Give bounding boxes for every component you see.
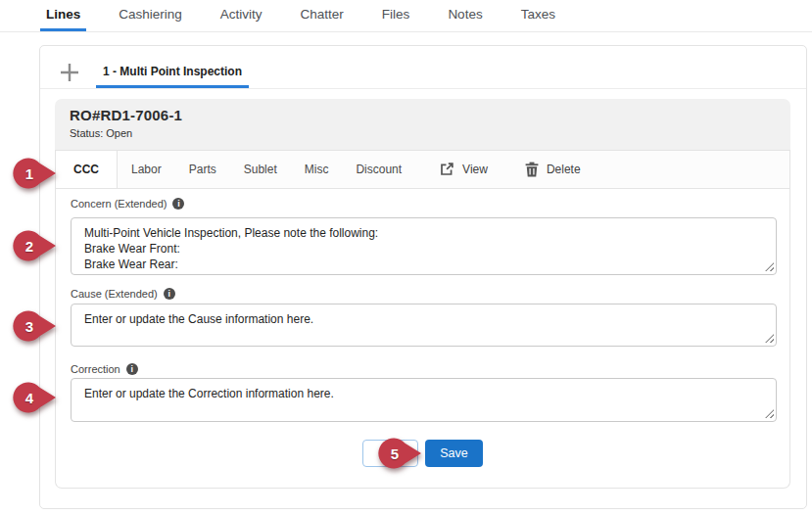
tab-misc[interactable]: Misc bbox=[291, 151, 343, 188]
tab-taxes-label: Taxes bbox=[521, 7, 555, 22]
concern-textarea[interactable]: Multi-Point Vehicle Inspection, Please n… bbox=[71, 217, 777, 275]
cause-label-text: Cause (Extended) bbox=[71, 288, 158, 300]
info-icon[interactable]: i bbox=[164, 288, 175, 300]
cause-field-wrap: Enter or update the Cause information he… bbox=[71, 304, 777, 347]
lines-card: 1 - Multi Point Inspection RO#RD1-7006-1… bbox=[39, 45, 807, 509]
concern-label-text: Concern (Extended) bbox=[71, 198, 167, 210]
tab-lines[interactable]: Lines bbox=[40, 0, 86, 31]
plus-icon bbox=[60, 63, 79, 82]
line-tab-multi-point-inspection[interactable]: 1 - Multi Point Inspection bbox=[96, 58, 249, 88]
tab-sublet-label: Sublet bbox=[244, 163, 277, 176]
tab-chatter[interactable]: Chatter bbox=[295, 0, 350, 31]
ro-header: RO#RD1-7006-1 Status: Open bbox=[55, 99, 790, 150]
tab-files-label: Files bbox=[382, 7, 410, 22]
tab-misc-label: Misc bbox=[305, 163, 329, 176]
form-actions: Save bbox=[56, 440, 789, 467]
ccc-form: Concern (Extended) i Multi-Point Vehicle… bbox=[55, 189, 790, 489]
delete-button-label: Delete bbox=[547, 163, 581, 176]
delete-button[interactable]: Delete bbox=[511, 151, 595, 188]
tab-ccc[interactable]: CCC bbox=[56, 151, 118, 188]
line-tab-divider bbox=[40, 88, 806, 89]
concern-label: Concern (Extended) i bbox=[71, 198, 184, 210]
view-button[interactable]: View bbox=[425, 151, 502, 188]
tab-cashiering[interactable]: Cashiering bbox=[113, 0, 188, 31]
concern-field-wrap: Multi-Point Vehicle Inspection, Please n… bbox=[71, 217, 777, 275]
section-tab-bar: CCC Labor Parts Sublet Misc Discount Vie… bbox=[55, 150, 790, 189]
view-button-label: View bbox=[462, 163, 488, 176]
ro-number: RO#RD1-7006-1 bbox=[70, 107, 776, 123]
correction-textarea[interactable]: Enter or update the Correction informati… bbox=[71, 378, 777, 422]
cause-textarea[interactable]: Enter or update the Cause information he… bbox=[71, 304, 777, 347]
tab-labor-label: Labor bbox=[131, 163, 162, 176]
tab-discount[interactable]: Discount bbox=[342, 151, 415, 188]
trash-icon bbox=[525, 162, 539, 177]
tab-notes-label: Notes bbox=[448, 7, 482, 22]
info-icon[interactable]: i bbox=[172, 198, 184, 210]
tab-files[interactable]: Files bbox=[376, 0, 416, 31]
cause-label: Cause (Extended) i bbox=[71, 288, 175, 300]
tab-ccc-label: CCC bbox=[73, 163, 99, 176]
info-icon[interactable]: i bbox=[126, 363, 138, 375]
save-button[interactable]: Save bbox=[425, 440, 483, 467]
top-tab-bar: Lines Cashiering Activity Chatter Files … bbox=[0, 0, 812, 32]
secondary-button[interactable] bbox=[362, 440, 418, 467]
tab-notes[interactable]: Notes bbox=[442, 0, 488, 31]
tab-activity-label: Activity bbox=[220, 7, 263, 22]
tab-discount-label: Discount bbox=[356, 163, 402, 176]
correction-label-text: Correction bbox=[71, 363, 120, 375]
ro-status: Status: Open bbox=[70, 127, 776, 139]
tab-cashiering-label: Cashiering bbox=[119, 7, 182, 22]
tab-chatter-label: Chatter bbox=[301, 7, 344, 22]
tab-labor[interactable]: Labor bbox=[118, 151, 175, 188]
tab-sublet[interactable]: Sublet bbox=[230, 151, 291, 188]
tab-taxes[interactable]: Taxes bbox=[515, 0, 561, 31]
add-line-button[interactable] bbox=[60, 63, 79, 82]
tab-activity[interactable]: Activity bbox=[215, 0, 268, 31]
correction-label: Correction i bbox=[71, 363, 138, 375]
external-link-icon bbox=[439, 162, 454, 177]
tab-parts-label: Parts bbox=[189, 163, 216, 176]
tab-parts[interactable]: Parts bbox=[175, 151, 230, 188]
correction-field-wrap: Enter or update the Correction informati… bbox=[71, 378, 777, 422]
line-tab-label: 1 - Multi Point Inspection bbox=[103, 65, 242, 78]
tab-lines-label: Lines bbox=[46, 7, 80, 22]
